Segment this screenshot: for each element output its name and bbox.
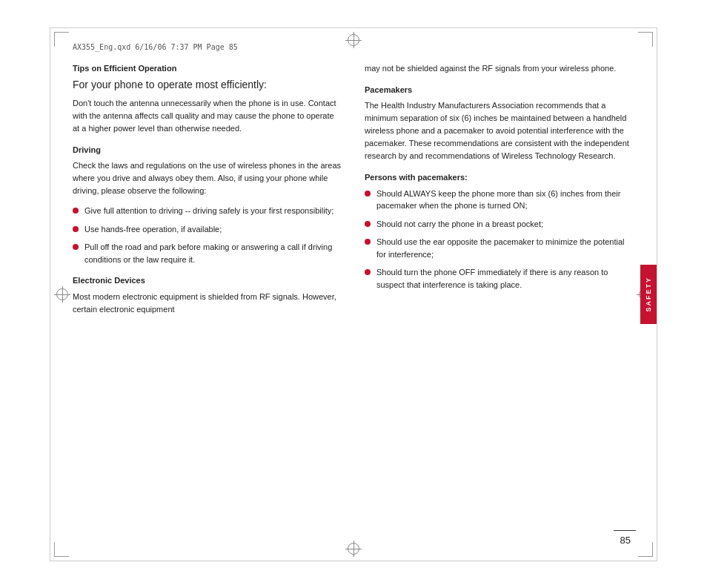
list-item: Should turn the phone OFF immediately if… [365, 266, 634, 291]
bullet-text: Should use the ear opposite the pacemake… [376, 236, 634, 260]
right-column: may not be shielded against the RF signa… [365, 62, 634, 323]
page-container: AX355_Eng.qxd 6/16/06 7:37 PM Page 85 Ti… [0, 0, 707, 588]
bullet-text: Should turn the phone OFF immediately if… [376, 266, 634, 291]
bullet-dot [365, 221, 371, 227]
tips-body: Don't touch the antenna unnecessarily wh… [73, 97, 342, 135]
bullet-dot [365, 239, 371, 245]
safety-label-box: SAFETY [640, 265, 657, 324]
divider-line [614, 530, 636, 531]
persons-pacemakers-title: Persons with pacemakers: [365, 171, 634, 184]
pacemakers-body: The Health Industry Manufacturers Associ… [365, 99, 634, 162]
tips-subtitle: For your phone to operate most efficient… [73, 78, 342, 93]
crosshair-top [348, 34, 359, 46]
driving-body: Check the laws and regulations on the us… [73, 159, 342, 197]
corner-mark-bl [54, 542, 69, 557]
electronic-devices-title: Electronic Devices [73, 274, 342, 287]
bullet-dot [73, 244, 79, 250]
bullet-text: Should ALWAYS keep the phone more than s… [376, 188, 634, 212]
pacemakers-title: Pacemakers [365, 84, 634, 96]
crosshair-bottom [348, 543, 359, 555]
tips-title: Tips on Efficient Operation [73, 62, 342, 75]
list-item: Give full attention to driving -- drivin… [73, 205, 342, 217]
document-page: AX355_Eng.qxd 6/16/06 7:37 PM Page 85 Ti… [50, 27, 657, 561]
corner-mark-tl [54, 32, 69, 47]
electronic-devices-body: Most modern electronic equipment is shie… [73, 291, 342, 316]
list-item: Should not carry the phone in a breast p… [365, 218, 634, 231]
rf-signals-body: may not be shielded against the RF signa… [365, 62, 634, 75]
list-item: Should use the ear opposite the pacemake… [365, 236, 634, 260]
bullet-text: Should not carry the phone in a breast p… [376, 218, 634, 231]
safety-sidebar: SAFETY [640, 28, 657, 561]
bullet-dot [73, 226, 79, 232]
safety-text: SAFETY [645, 277, 652, 312]
bullet-dot [365, 269, 371, 275]
pacemakers-bullets: Should ALWAYS keep the phone more than s… [365, 188, 634, 291]
left-column: Tips on Efficient Operation For your pho… [73, 62, 342, 323]
page-number: 85 [620, 535, 631, 546]
driving-title: Driving [73, 144, 342, 156]
list-item: Pull off the road and park before making… [73, 241, 342, 265]
content-area: Tips on Efficient Operation For your pho… [73, 62, 634, 323]
crosshair-left [56, 288, 68, 300]
list-item: Use hands-free operation, if available; [73, 223, 342, 236]
bullet-text: Use hands-free operation, if available; [84, 223, 342, 236]
driving-bullets: Give full attention to driving -- drivin… [73, 205, 342, 265]
bullet-dot [73, 208, 79, 214]
bullet-text: Give full attention to driving -- drivin… [84, 205, 342, 217]
bullet-dot [365, 191, 371, 196]
bullet-text: Pull off the road and park before making… [84, 241, 342, 265]
list-item: Should ALWAYS keep the phone more than s… [365, 188, 634, 212]
